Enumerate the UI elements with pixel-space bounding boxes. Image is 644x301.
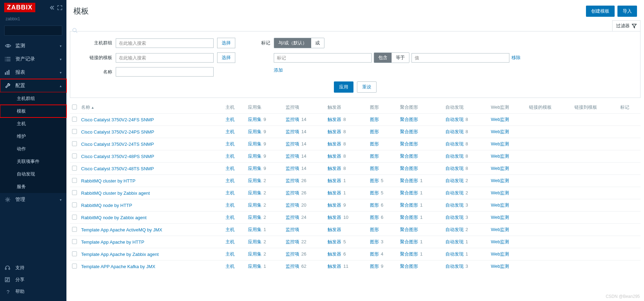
contains-option[interactable]: 包含 [374, 53, 392, 63]
cell-link[interactable]: 主机 [226, 239, 235, 244]
cell-link[interactable]: 监控项 [286, 117, 299, 122]
cell-link[interactable]: 聚合图形 [400, 166, 418, 171]
search-icon[interactable] [69, 28, 81, 33]
sub-actions[interactable]: 动作 [0, 143, 66, 155]
template-name-link[interactable]: RabbitMQ node by Zabbix agent [81, 215, 146, 220]
host-groups-input[interactable] [116, 38, 214, 48]
cell-link[interactable]: 自动发现 [445, 202, 464, 208]
cell-link[interactable]: 聚合图形 [400, 153, 418, 159]
cell-link[interactable]: 主机 [226, 178, 235, 183]
reset-button[interactable]: 重设 [357, 81, 377, 93]
cell-link[interactable]: 监控项 [286, 178, 299, 183]
nav-share[interactable]: 分享 [0, 274, 66, 286]
cell-link[interactable]: 应用集 [248, 227, 262, 232]
row-checkbox[interactable] [72, 239, 77, 244]
cell-link[interactable]: 自动发现 [445, 129, 464, 134]
cell-link[interactable]: 触发器 [328, 227, 341, 232]
filter-tab[interactable]: 过滤器 [612, 20, 641, 31]
template-name-link[interactable]: Cisco Catalyst 3750V2-48TS SNMP [81, 166, 154, 171]
nav-reports[interactable]: 报表 ▾ [0, 66, 66, 79]
template-name-link[interactable]: Cisco Catalyst 3750V2-48PS SNMP [81, 154, 154, 159]
nav-configuration[interactable]: 配置 ▴ [0, 79, 66, 92]
cell-link[interactable]: 主机 [226, 202, 235, 208]
cell-link[interactable]: 主机 [226, 129, 235, 134]
nav-inventory[interactable]: 资产记录 ▾ [0, 52, 66, 66]
cell-link[interactable]: 聚合图形 [400, 117, 418, 122]
cell-link[interactable]: 聚合图形 [400, 202, 418, 208]
cell-link[interactable]: 监控项 [286, 264, 299, 269]
cell-link[interactable]: 主机 [226, 264, 235, 269]
cell-link[interactable]: 自动发现 [445, 141, 464, 146]
cell-link[interactable]: 自动发现 [445, 239, 464, 244]
linked-templates-select-button[interactable]: 选择 [217, 52, 235, 63]
cell-link[interactable]: 自动发现 [445, 117, 464, 122]
logo[interactable]: ZABBIX [4, 3, 35, 12]
cell-link[interactable]: 应用集 [248, 190, 262, 195]
cell-link[interactable]: 触发器 [328, 239, 341, 244]
cell-link[interactable]: 图形 [370, 227, 379, 232]
equals-option[interactable]: 等于 [392, 53, 409, 63]
cell-link[interactable]: 聚合图形 [400, 129, 418, 134]
cell-link[interactable]: Web监测 [491, 239, 509, 244]
cell-link[interactable]: 监控项 [286, 190, 299, 195]
template-name-link[interactable]: RabbitMQ cluster by HTTP [81, 178, 135, 184]
template-name-link[interactable]: Template App Apache ActiveMQ by JMX [81, 227, 162, 232]
cell-link[interactable]: 监控项 [286, 166, 299, 171]
cell-link[interactable]: 主机 [226, 117, 235, 122]
cell-link[interactable]: 自动发现 [445, 215, 464, 220]
cell-link[interactable]: 自动发现 [445, 251, 464, 257]
cell-link[interactable]: 聚合图形 [400, 251, 418, 257]
cell-link[interactable]: 应用集 [248, 178, 262, 183]
cell-link[interactable]: 聚合图形 [400, 264, 418, 269]
cell-link[interactable]: 应用集 [248, 129, 262, 134]
cell-link[interactable]: 主机 [226, 166, 235, 171]
row-checkbox[interactable] [72, 264, 77, 268]
cell-link[interactable]: 图形 [370, 141, 379, 146]
cell-link[interactable]: 图形 [370, 239, 379, 244]
nav-help[interactable]: ? 帮助 [0, 286, 66, 298]
cell-link[interactable]: 监控项 [286, 227, 299, 232]
cell-link[interactable]: 应用集 [248, 202, 262, 208]
row-checkbox[interactable] [72, 141, 77, 146]
cell-link[interactable]: 触发器 [328, 141, 341, 146]
sub-discovery[interactable]: 自动发现 [0, 168, 66, 180]
cell-link[interactable]: 图形 [370, 202, 379, 208]
linked-templates-input[interactable] [116, 53, 214, 63]
cell-link[interactable]: Web监测 [491, 251, 509, 257]
cell-link[interactable]: 图形 [370, 129, 379, 134]
row-checkbox[interactable] [72, 190, 77, 195]
cell-link[interactable]: 触发器 [328, 251, 341, 257]
cell-link[interactable]: 聚合图形 [400, 190, 418, 195]
operator-toggle[interactable]: 包含 等于 [374, 52, 409, 63]
cell-link[interactable]: 应用集 [248, 239, 262, 244]
sub-hosts[interactable]: 主机 [0, 117, 66, 130]
nav-administration[interactable]: 管理 ▾ [0, 193, 66, 206]
cell-link[interactable]: 主机 [226, 215, 235, 220]
cell-link[interactable]: Web监测 [491, 178, 509, 183]
nav-monitoring[interactable]: 监测 ▾ [0, 39, 66, 52]
cell-link[interactable]: Web监测 [491, 190, 509, 195]
cell-link[interactable]: 触发器 [328, 215, 341, 220]
host-groups-select-button[interactable]: 选择 [217, 38, 235, 48]
cell-link[interactable]: 应用集 [248, 264, 262, 269]
cell-link[interactable]: Web监测 [491, 227, 509, 232]
cell-link[interactable]: 触发器 [328, 202, 341, 208]
sub-services[interactable]: 服务 [0, 180, 66, 193]
search-input[interactable] [5, 26, 69, 35]
cell-link[interactable]: 应用集 [248, 251, 262, 257]
cell-link[interactable]: 自动发现 [445, 166, 464, 171]
cell-link[interactable]: 图形 [370, 190, 379, 195]
fullscreen-icon[interactable] [57, 5, 62, 10]
tag-name-input[interactable] [274, 53, 372, 63]
import-button[interactable]: 导入 [617, 6, 637, 17]
row-checkbox[interactable] [72, 227, 77, 232]
row-checkbox[interactable] [72, 251, 77, 256]
cell-link[interactable]: 聚合图形 [400, 178, 418, 183]
cell-link[interactable]: 图形 [370, 264, 379, 269]
cell-link[interactable]: 自动发现 [445, 264, 464, 269]
cell-link[interactable]: 主机 [226, 153, 235, 159]
cell-link[interactable]: 应用集 [248, 166, 262, 171]
sub-templates[interactable]: 模板 [0, 105, 66, 117]
cell-link[interactable]: Web监测 [491, 166, 509, 171]
cell-link[interactable]: 监控项 [286, 141, 299, 146]
